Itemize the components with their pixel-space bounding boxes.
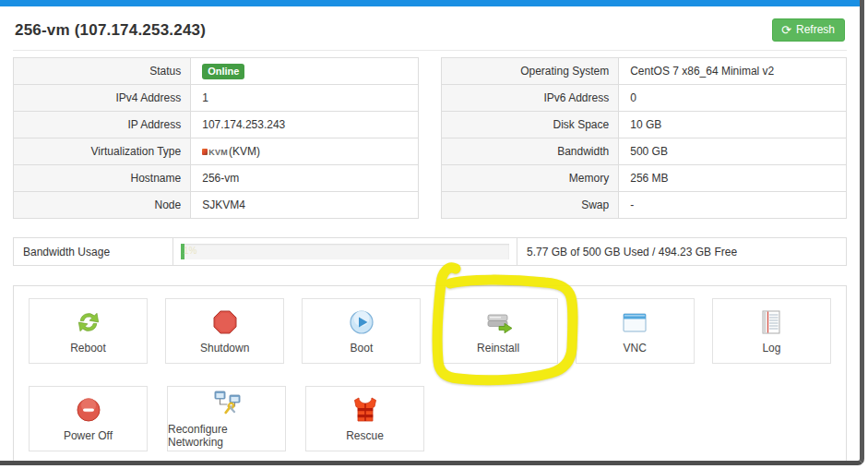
table-row: IPv4 Address 1 xyxy=(14,85,419,112)
row-value: 107.174.253.243 xyxy=(191,112,419,138)
row-value: 256-vm xyxy=(191,165,419,192)
row-label: Memory xyxy=(442,165,619,192)
bandwidth-usage-row: Bandwidth Usage 1% 5.77 GB of 500 GB Use… xyxy=(13,237,847,266)
vm-info-tables: Status Online IPv4 Address 1 IP Address … xyxy=(13,57,847,219)
row-label: Virtualization Type xyxy=(14,138,191,165)
row-value: Online xyxy=(191,58,419,85)
reconfigure-networking-button[interactable]: Reconfigure Networking xyxy=(167,386,286,451)
log-button[interactable]: Log xyxy=(712,298,831,364)
actions-panel: Reboot Shutdown xyxy=(13,285,847,465)
table-row: Hostname 256-vm xyxy=(14,165,419,192)
row-value: 0 xyxy=(619,85,847,112)
vm-info-table-left: Status Online IPv4 Address 1 IP Address … xyxy=(13,57,419,219)
rescue-button[interactable]: Rescue xyxy=(305,386,424,451)
bandwidth-usage-summary: 5.77 GB of 500 GB Used / 494.23 GB Free xyxy=(517,238,846,265)
actions-row-2: Power Off xyxy=(29,386,831,451)
status-badge: Online xyxy=(202,64,244,79)
row-label: IPv4 Address xyxy=(14,85,191,112)
action-label: Shutdown xyxy=(200,342,249,355)
reboot-button[interactable]: Reboot xyxy=(29,298,148,364)
power-off-icon xyxy=(74,395,103,425)
row-label: IP Address xyxy=(14,112,191,138)
power-off-button[interactable]: Power Off xyxy=(29,386,148,451)
actions-row-1: Reboot Shutdown xyxy=(29,298,831,364)
table-row: IPv6 Address 0 xyxy=(442,85,847,112)
kvm-logo-mark xyxy=(202,149,208,155)
vnc-button[interactable]: VNC xyxy=(576,298,695,364)
row-value: 10 GB xyxy=(619,112,847,138)
row-label: Swap xyxy=(442,192,619,219)
bandwidth-usage-label: Bandwidth Usage xyxy=(14,238,173,265)
action-label: Log xyxy=(762,342,780,355)
boot-button[interactable]: Boot xyxy=(302,298,421,364)
row-label: IPv6 Address xyxy=(442,85,619,112)
row-value: 256 MB xyxy=(619,165,847,192)
table-row: Node SJKVM4 xyxy=(14,192,419,219)
log-icon xyxy=(756,307,786,337)
row-label: Hostname xyxy=(14,165,191,192)
row-value: CentOS 7 x86_64 Minimal v2 xyxy=(619,58,847,85)
bandwidth-progress-cell: 1% xyxy=(173,238,517,265)
reboot-icon xyxy=(74,307,103,337)
table-row: Virtualization Type KVM(KVM) xyxy=(14,138,419,165)
table-row: IP Address 107.174.253.243 xyxy=(14,112,419,138)
action-label: Power Off xyxy=(64,429,113,442)
vm-info-table-right: Operating System CentOS 7 x86_64 Minimal… xyxy=(441,57,847,219)
row-label: Bandwidth xyxy=(442,138,619,165)
table-row: Operating System CentOS 7 x86_64 Minimal… xyxy=(442,58,847,85)
row-label: Operating System xyxy=(442,58,619,85)
page-header: 256-vm (107.174.253.243) ⟳ Refresh xyxy=(15,18,845,42)
row-value: KVM(KVM) xyxy=(191,138,419,165)
refresh-icon: ⟳ xyxy=(781,24,791,36)
action-label: Reconfigure Networking xyxy=(168,423,285,449)
shutdown-button[interactable]: Shutdown xyxy=(165,298,284,364)
header-divider xyxy=(13,50,847,51)
action-label: Rescue xyxy=(346,429,384,442)
table-row: Status Online xyxy=(14,58,419,85)
reinstall-icon xyxy=(482,307,514,337)
row-value: 500 GB xyxy=(619,138,847,165)
table-row: Bandwidth 500 GB xyxy=(442,138,847,165)
reinstall-button[interactable]: Reinstall xyxy=(439,298,558,364)
table-row: Swap - xyxy=(442,192,847,219)
page-title: 256-vm (107.174.253.243) xyxy=(15,21,206,40)
refresh-button[interactable]: ⟳ Refresh xyxy=(772,18,845,42)
row-value: SJKVM4 xyxy=(191,192,419,219)
bandwidth-progress-bar: 1% xyxy=(181,244,509,259)
table-row: Disk Space 10 GB xyxy=(442,112,847,138)
action-label: Reboot xyxy=(70,342,106,355)
shutdown-icon xyxy=(210,307,240,337)
top-accent-bar xyxy=(0,0,860,6)
row-label: Status xyxy=(14,58,191,85)
row-label: Node xyxy=(14,192,191,219)
row-value: 1 xyxy=(191,85,419,112)
kvm-logo-icon: KVM xyxy=(202,148,228,157)
row-label: Disk Space xyxy=(442,112,619,138)
action-label: Reinstall xyxy=(477,342,519,355)
action-label: VNC xyxy=(624,342,647,355)
action-label: Boot xyxy=(351,342,374,355)
row-value: - xyxy=(619,192,847,219)
table-row: Memory 256 MB xyxy=(442,165,847,192)
vnc-icon xyxy=(620,307,649,337)
rescue-icon xyxy=(351,395,380,425)
refresh-button-label: Refresh xyxy=(796,23,835,36)
bandwidth-percent-label: 1% xyxy=(184,246,196,256)
app-window: 256-vm (107.174.253.243) ⟳ Refresh Statu… xyxy=(0,0,864,465)
boot-icon xyxy=(347,307,376,337)
reconfigure-networking-icon xyxy=(212,389,242,418)
